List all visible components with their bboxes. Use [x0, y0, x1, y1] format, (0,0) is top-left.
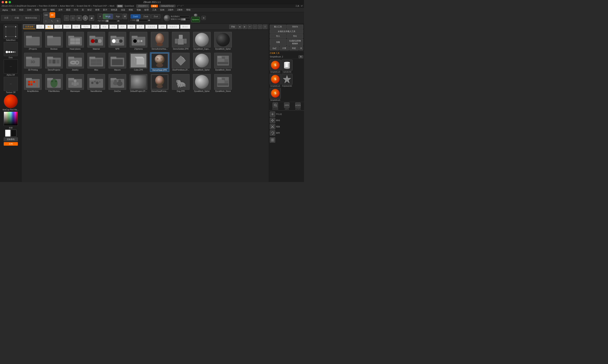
collapse-btn[interactable]: —	[253, 25, 257, 29]
menu-edit[interactable]: 编辑	[49, 8, 56, 12]
menu-brush[interactable]: 笔刷	[10, 8, 17, 12]
brush-item-simple3[interactable]: S SimpleBrush	[270, 88, 281, 101]
clone-btn[interactable]: 克隆	[270, 39, 286, 46]
menu-help[interactable]: 帮助	[185, 8, 192, 12]
tab-array[interactable]: 阵列	[118, 25, 127, 29]
grid-btn-right[interactable]	[270, 137, 303, 143]
menu-zplugin[interactable]: Z插件	[166, 8, 175, 12]
tab-recent[interactable]: 品近	[36, 25, 45, 29]
menu-render[interactable]: 渲染	[119, 8, 127, 12]
brush-item-cylinder[interactable]: Cylinder3D	[282, 60, 292, 73]
zcut-btn[interactable]: Zcut	[151, 14, 160, 19]
menu-zscript[interactable]: Z脚本	[176, 8, 184, 12]
rgb-intensity-slider[interactable]	[105, 20, 117, 22]
scale-btn[interactable]: ⤡	[49, 18, 54, 24]
zsub-btn[interactable]: Zsub	[141, 14, 151, 19]
calc-btn[interactable]: 计算	[280, 46, 289, 51]
menu-movie[interactable]: 影片	[102, 8, 109, 12]
export-btn[interactable]: 导出	[287, 34, 303, 38]
tab-focus-light[interactable]: 聚光灯	[180, 25, 190, 29]
color-picker-area[interactable]	[4, 112, 18, 126]
apply-btn[interactable]: 到定	[289, 46, 299, 51]
focal-circle[interactable]	[164, 15, 170, 21]
auto-label[interactable]: 自动	[117, 5, 123, 7]
menu-picker[interactable]: 拾色器	[109, 8, 119, 12]
file-item-cube[interactable]: Cube.ZPR	[129, 52, 148, 72]
select-rect-preview[interactable]	[4, 25, 18, 39]
next-btn[interactable]: ▶	[243, 25, 247, 29]
load-tool-btn[interactable]: 载入工具	[270, 25, 286, 29]
menu-alpha[interactable]: Alpha	[1, 8, 9, 12]
dynamic-btn[interactable]: Dynamic	[191, 17, 200, 22]
dots-preview-box[interactable]	[4, 42, 18, 56]
file-item-arraymeshes[interactable]: ArrayMeshes	[23, 74, 43, 93]
file-item-dice[interactable]: DicePrimitives.ZF...	[171, 52, 190, 72]
menu-document[interactable]: 文档	[26, 8, 33, 12]
file-item-demoheadfema[interactable]: DemoHeadFema...	[150, 74, 169, 93]
brush-square-btn[interactable]: □	[64, 15, 69, 21]
menu-texture[interactable]: 纹理	[143, 8, 150, 12]
file-item-demosoldier[interactable]: DemoSoldier.ZPR	[171, 31, 190, 51]
scale-btn-right[interactable]: 缩放	[270, 124, 303, 130]
file-item-demoprojects[interactable]: DemoProjects	[44, 52, 64, 72]
file-item-head-planes[interactable]: Head planes	[65, 31, 85, 51]
tab-alpha[interactable]: Alpha	[81, 25, 91, 29]
menu-light[interactable]: 打光	[72, 8, 80, 12]
rotate-btn-right[interactable]: 旋转	[270, 130, 303, 136]
dots-item[interactable]: Dots	[1, 42, 21, 59]
file-item-mannequin[interactable]: Mannequin	[65, 74, 85, 93]
brush-item-simple1[interactable]: S SimpleBrush	[270, 60, 281, 73]
file-item-dynamesh-spher1[interactable]: DynaMesh_Spher	[213, 31, 233, 51]
draw-size-slider[interactable]	[181, 18, 190, 21]
menu-layers[interactable]: 图层	[65, 8, 72, 12]
file-item-nanomeshes[interactable]: NanoMeshes	[86, 74, 106, 93]
file-item-wacom[interactable]: Wacom	[108, 52, 127, 72]
dots-nav-btn[interactable]: ▪▪	[248, 25, 252, 29]
file-item-dynamesh-spher3[interactable]: DynaMesh_Spher	[192, 74, 212, 93]
load-from-file-btn[interactable]: 从项目文件载入工具	[270, 29, 303, 34]
black-swatch[interactable]	[11, 130, 16, 137]
texture-off-preview[interactable]: —	[4, 77, 18, 91]
make-polymesh-btn[interactable]: 生成多边形物格物体	[287, 39, 303, 46]
file-item-misc[interactable]: Misc	[86, 52, 106, 72]
menu-stencil[interactable]: 模板	[127, 8, 135, 12]
zoom50-btn[interactable]: AC50% AC50%	[295, 103, 301, 110]
tab-quicksave[interactable]: 快速保存	[167, 25, 180, 29]
tab-fiber[interactable]: 纤维	[109, 25, 118, 29]
white-swatch[interactable]	[5, 130, 11, 137]
collect-btn[interactable]: 簇集	[151, 5, 158, 7]
menu-macro[interactable]: 宏	[80, 8, 85, 12]
menu-instance[interactable]: 实例	[159, 8, 166, 12]
begin-btn[interactable]: 开始	[229, 25, 237, 29]
file-item-defaultproject[interactable]: DefaultProject.ZF...	[129, 74, 148, 93]
file-item-3dprinting[interactable]: 3D 3D Printing	[23, 52, 43, 72]
file-item-demoanime[interactable]: DemoAnimeHea...	[150, 31, 169, 51]
save-as-btn[interactable]: 另存为	[287, 25, 303, 29]
menu-stroke[interactable]: 笔触	[135, 8, 142, 12]
tab-mesh[interactable]: 网格	[127, 25, 136, 29]
matcap-preview[interactable]	[4, 94, 18, 108]
menu-tool[interactable]: 工具	[151, 8, 158, 12]
file-item-dynamesh-spher2[interactable]: DynaMesh_Spher	[192, 52, 212, 72]
file-item-material[interactable]: Material	[86, 31, 106, 51]
rgb-btn[interactable]: Rgb	[113, 14, 122, 19]
zadd-btn[interactable]: Zadd	[131, 14, 140, 19]
tab-project[interactable]: 项目	[45, 25, 54, 29]
file-item-boolean[interactable]: Boolean	[44, 31, 64, 51]
menu-draw[interactable]: 绘制	[33, 8, 41, 12]
tab-material[interactable]: 材质	[91, 25, 100, 29]
screen-transparent[interactable]: 屏幕透明 0	[136, 4, 149, 8]
preview-tab[interactable]: 预览布尔渲染	[22, 15, 40, 21]
document-item[interactable]: 文档	[1, 142, 21, 146]
select-rect-item[interactable]: SelectRect	[1, 25, 21, 41]
file-item-zeezoo[interactable]: ZeeZoo	[108, 74, 127, 93]
document-btn[interactable]: 文档	[4, 142, 18, 146]
file-item-zspheres[interactable]: ZSpheres	[129, 31, 148, 51]
menu-dynamics[interactable]: 动态	[41, 8, 49, 12]
brush-r-btn[interactable]: R	[298, 55, 303, 58]
alpha-off-preview[interactable]: —	[4, 59, 18, 74]
import-btn[interactable]: 导入	[270, 34, 286, 38]
symmetry-btn[interactable]: ⊞	[202, 16, 206, 20]
tab-brush[interactable]: 笔刷	[63, 25, 72, 29]
matcap-item[interactable]: MatCap Red Wa...	[1, 94, 21, 111]
